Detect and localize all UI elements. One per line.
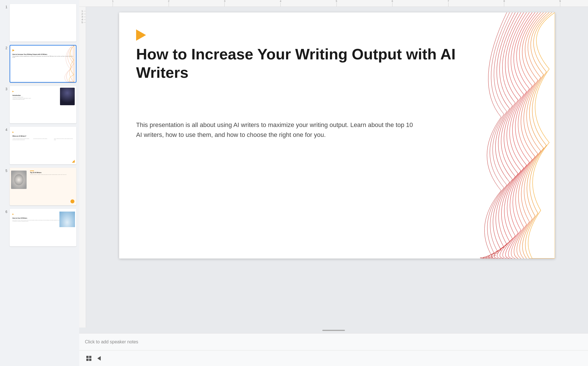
slide-number-3: 3 — [3, 86, 7, 91]
play-icon — [136, 29, 146, 41]
slide-thumbnail-3[interactable]: 3 Introduction • Presented by Samantha S… — [0, 84, 79, 125]
slide-thumbnail-5[interactable]: 5 Top 10 AI Writers Overview of the top … — [0, 166, 79, 207]
canvas-area: 1 2 3 4 5 How to Increase Your Writing O… — [79, 7, 588, 328]
scroll-indicator — [79, 328, 588, 333]
back-button[interactable] — [97, 356, 101, 361]
ruler-mark-6: 6 — [364, 0, 420, 7]
ruler-v-mark-3: 3 — [79, 15, 86, 18]
ruler-mark-9: 9 — [532, 0, 588, 7]
ruler-v-mark-5: 5 — [79, 21, 86, 24]
ruler-v-mark-4: 4 — [79, 18, 86, 21]
slide-thumbnail-4[interactable]: 4 What are AI Writers? AI writers use ma… — [0, 125, 79, 166]
ruler-v-mark-2: 2 — [79, 12, 86, 15]
ruler-horizontal: 1 2 3 4 5 6 7 8 9 — [79, 0, 588, 7]
ruler-mark-1: 1 — [85, 0, 141, 7]
slide-thumb-2[interactable]: How to Increase Your Writing Output with… — [10, 45, 76, 83]
slide-number-4: 4 — [3, 127, 7, 132]
grid-cell-2 — [89, 356, 91, 358]
ruler-mark-4: 4 — [253, 0, 309, 7]
slide-canvas-wrapper: How to Increase Your Writing Output with… — [86, 7, 588, 328]
slide-thumbnail-6[interactable]: 6 How to Use AI Writers Best practices f… — [0, 207, 79, 248]
ruler-vertical: 1 2 3 4 5 — [79, 7, 86, 328]
bottom-toolbar — [79, 350, 588, 366]
ruler-mark-5: 5 — [308, 0, 364, 7]
grid-icon — [86, 356, 91, 361]
grid-cell-4 — [89, 359, 91, 361]
speaker-notes[interactable]: Click to add speaker notes — [79, 333, 588, 350]
speaker-notes-placeholder[interactable]: Click to add speaker notes — [85, 339, 138, 345]
ruler-mark-8: 8 — [476, 0, 532, 7]
thumb5-body: Overview of the top 10 AI writers, inclu… — [30, 174, 74, 175]
slide-thumb-3[interactable]: Introduction • Presented by Samantha Sim… — [10, 86, 76, 124]
grid-view-button[interactable] — [84, 353, 94, 363]
slide-number-2: 2 — [3, 45, 7, 50]
slide-panel: 1 2 How to Increase Your Writing Output … — [0, 0, 79, 366]
main-area: 1 2 3 4 5 6 7 8 9 1 2 3 4 5 — [79, 0, 588, 366]
scroll-bar[interactable] — [322, 330, 345, 331]
slide-thumb-4[interactable]: What are AI Writers? AI writers use mach… — [10, 127, 76, 164]
thumb5-title: Top 10 AI Writers — [30, 172, 74, 174]
slide-wave-decoration — [385, 12, 555, 259]
slide-number-1: 1 — [3, 4, 7, 9]
slide-canvas[interactable]: How to Increase Your Writing Output with… — [119, 12, 555, 259]
grid-cell-3 — [86, 359, 89, 361]
slide-thumb-5[interactable]: Top 10 AI Writers Overview of the top 10… — [10, 168, 76, 205]
slide-thumbnail-2[interactable]: 2 How to Increase Your Writing Output wi… — [0, 43, 79, 84]
thumb2-wave — [43, 46, 76, 82]
thumb4-title: What are AI Writers? — [12, 135, 74, 137]
slide-subtitle[interactable]: This presentation is all about using AI … — [136, 120, 419, 140]
slide-thumb-6[interactable]: How to Use AI Writers Best practices for… — [10, 209, 76, 246]
ruler-v-mark-1: 1 — [79, 10, 86, 12]
ruler-mark-2: 2 — [141, 0, 197, 7]
ruler-mark-7: 7 — [420, 0, 476, 7]
slide-number-6: 6 — [3, 209, 7, 214]
slide-number-5: 5 — [3, 168, 7, 173]
ruler-mark-3: 3 — [197, 0, 253, 7]
slide-thumbnail-1[interactable]: 1 — [0, 2, 79, 43]
ruler-h-marks: 1 2 3 4 5 6 7 8 9 — [79, 0, 588, 7]
slide-thumb-1[interactable] — [10, 4, 76, 42]
grid-cell-1 — [86, 356, 89, 358]
